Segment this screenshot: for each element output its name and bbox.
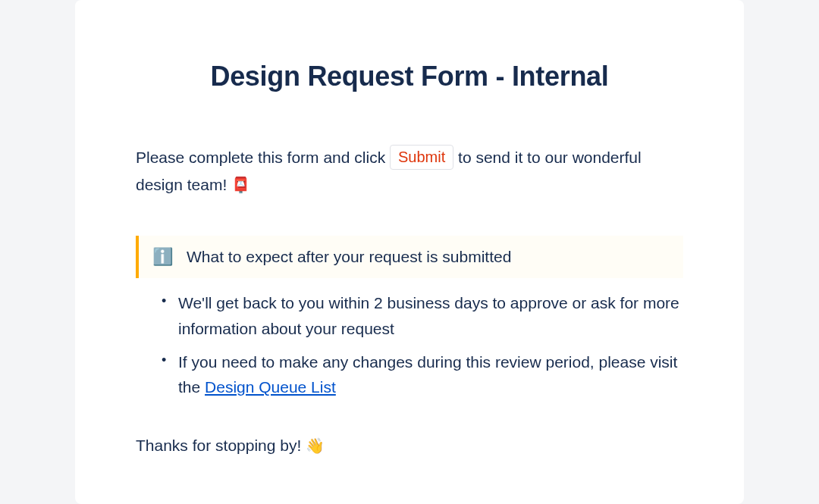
intro-before: Please complete this form and click bbox=[136, 149, 390, 166]
form-card: Design Request Form - Internal Please co… bbox=[75, 0, 744, 504]
info-icon: ℹ️ bbox=[152, 249, 173, 265]
list-item: If you need to make any changes during t… bbox=[165, 349, 683, 400]
mailbox-icon: 📮 bbox=[231, 177, 250, 193]
list-item: We'll get back to you within 2 business … bbox=[165, 290, 683, 341]
submit-chip: Submit bbox=[390, 145, 453, 170]
callout-text: What to expect after your request is sub… bbox=[187, 248, 511, 266]
design-queue-link[interactable]: Design Queue List bbox=[205, 378, 336, 396]
expectations-list: We'll get back to you within 2 business … bbox=[136, 290, 683, 399]
thanks-text: Thanks for stopping by! bbox=[136, 437, 306, 454]
bullet-1-text: We'll get back to you within 2 business … bbox=[178, 294, 679, 337]
info-callout: ℹ️ What to expect after your request is … bbox=[136, 236, 683, 278]
intro-paragraph: Please complete this form and click Subm… bbox=[136, 144, 683, 198]
wave-icon: 👋 bbox=[306, 437, 325, 454]
page-title: Design Request Form - Internal bbox=[136, 61, 683, 92]
thanks-paragraph: Thanks for stopping by! 👋 bbox=[136, 437, 683, 455]
